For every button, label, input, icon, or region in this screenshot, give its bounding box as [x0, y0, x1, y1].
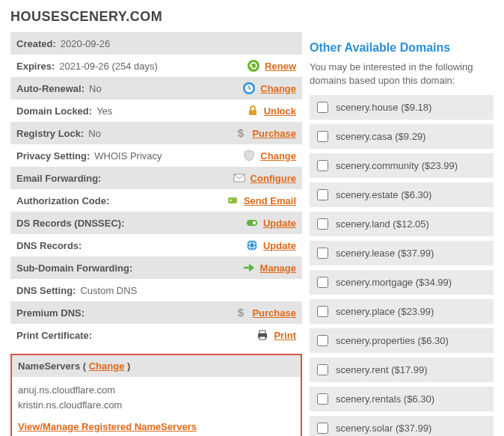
domain-label: scenery.casa ($9.29): [336, 131, 425, 142]
setting-row: DNS Setting:Custom DNS: [10, 279, 302, 301]
domain-checkbox[interactable]: [317, 131, 328, 142]
domain-checkbox[interactable]: [317, 393, 328, 405]
printer-icon: [256, 328, 269, 342]
lock-icon: [246, 104, 259, 117]
available-domain-row: scenery.rent ($17.99): [310, 357, 494, 382]
domain-checkbox[interactable]: [317, 277, 328, 288]
setting-row: DNS Records:Update: [10, 234, 302, 257]
setting-label: Expires:: [16, 61, 55, 72]
domain-checkbox[interactable]: [317, 306, 328, 317]
domain-label: scenery.house ($9.18): [336, 102, 431, 113]
available-domain-row: scenery.land ($12.05): [310, 212, 494, 236]
setting-label: Domain Locked:: [16, 105, 92, 117]
action-link[interactable]: Update: [263, 240, 296, 251]
nameservers-heading: NameServers ( Change ): [12, 355, 301, 377]
setting-value: 2020-09-26: [61, 38, 111, 49]
mail-icon: [233, 171, 246, 185]
arrow-icon: [242, 261, 256, 274]
nameservers-manage-link[interactable]: View/Manage Registered NameServers: [18, 420, 197, 435]
setting-row: DS Records (DNSSEC):Update: [10, 212, 302, 234]
setting-label: Authorization Code:: [16, 195, 109, 206]
domain-checkbox[interactable]: [317, 160, 328, 171]
domain-label: scenery.land ($12.05): [336, 218, 429, 230]
setting-label: Email Forwarding:: [16, 173, 101, 184]
setting-label: DNS Setting:: [16, 285, 76, 296]
action-link[interactable]: Configure: [251, 173, 296, 184]
setting-label: Print Certificate:: [16, 330, 92, 341]
setting-value: Custom DNS: [80, 285, 137, 296]
domain-label: scenery.mortgage ($34.99): [336, 277, 452, 288]
nameservers-change-link[interactable]: Change: [89, 360, 125, 372]
domain-checkbox[interactable]: [317, 189, 328, 200]
domain-checkbox[interactable]: [317, 102, 328, 113]
clock-icon: [242, 82, 256, 95]
action-link[interactable]: Change: [260, 150, 296, 162]
nameservers-box: NameServers ( Change ) anuj.ns.cloudflar…: [10, 354, 302, 436]
available-domain-row: scenery.community ($23.99): [310, 153, 494, 178]
ds-icon: [245, 216, 259, 230]
domain-label: scenery.place ($23.99): [336, 306, 434, 317]
action-link[interactable]: Update: [263, 218, 296, 229]
nameservers-label: NameServers: [18, 360, 80, 372]
setting-row: Privacy Setting:WHOIS PrivacyChange: [10, 144, 302, 167]
setting-value: WHOIS Privacy: [94, 150, 162, 162]
setting-row: Premium DNS:Purchase: [10, 301, 302, 324]
setting-label: DS Records (DNSSEC):: [16, 218, 124, 229]
other-domains-sub: You may be interested in the following d…: [310, 61, 494, 87]
domain-checkbox[interactable]: [317, 218, 328, 230]
setting-label: Registry Lock:: [16, 128, 84, 139]
available-domain-row: scenery.house ($9.18): [310, 95, 494, 120]
setting-value: No: [88, 128, 101, 139]
nameserver-entry: kristin.ns.cloudflare.com: [18, 398, 295, 413]
domain-label: scenery.lease ($37.99): [336, 248, 434, 259]
available-domain-row: scenery.lease ($37.99): [310, 241, 494, 265]
globe-icon: [245, 239, 259, 252]
setting-row: Authorization Code:Send Email: [10, 189, 302, 212]
action-link[interactable]: Purchase: [252, 128, 296, 139]
renew-icon: [247, 59, 260, 73]
setting-row: Sub-Domain Forwarding:Manage: [10, 257, 302, 279]
domain-label: scenery.estate ($6.30): [336, 189, 431, 200]
setting-label: Privacy Setting:: [16, 150, 90, 162]
domain-label: scenery.rent ($17.99): [336, 364, 428, 375]
setting-label: Premium DNS:: [16, 307, 84, 319]
settings-panel: Created:2020-09-26Expires:2021-09-26 (25…: [10, 32, 302, 436]
setting-row: Auto-Renewal:NoChange: [10, 77, 302, 99]
action-link[interactable]: Manage: [260, 262, 296, 274]
available-domain-row: scenery.estate ($6.30): [310, 182, 494, 207]
available-domain-row: scenery.mortgage ($34.99): [310, 270, 494, 295]
other-domains-heading: Other Available Domains: [310, 41, 494, 55]
dollar-icon: [234, 126, 248, 140]
setting-row: Domain Locked:YesUnlock: [10, 99, 302, 122]
action-link[interactable]: Unlock: [264, 105, 296, 117]
setting-label: Auto-Renewal:: [16, 83, 84, 94]
available-domain-row: scenery.place ($23.99): [310, 299, 494, 324]
available-domain-row: scenery.rentals ($6.30): [310, 387, 494, 411]
setting-value: Yes: [96, 105, 112, 117]
domain-checkbox[interactable]: [317, 364, 328, 375]
tag-icon: [226, 194, 239, 207]
dollar-icon: [234, 306, 248, 319]
action-link[interactable]: Change: [260, 83, 296, 94]
other-domains-panel: Other Available Domains You may be inter…: [310, 32, 494, 436]
action-link[interactable]: Send Email: [244, 195, 296, 206]
available-domain-row: scenery.casa ($9.29): [310, 124, 494, 149]
setting-row: Expires:2021-09-26 (254 days)Renew: [10, 55, 302, 77]
domain-title: HOUSESCENERY.COM: [10, 9, 494, 25]
setting-row: Print Certificate:Print: [10, 324, 302, 346]
setting-row: Created:2020-09-26: [10, 32, 302, 55]
domain-label: scenery.community ($23.99): [336, 160, 458, 171]
setting-label: Sub-Domain Forwarding:: [16, 262, 132, 274]
action-link[interactable]: Print: [274, 330, 296, 341]
action-link[interactable]: Purchase: [252, 307, 296, 319]
domain-label: scenery.rentals ($6.30): [336, 393, 434, 405]
setting-row: Email Forwarding:Configure: [10, 167, 302, 189]
setting-label: Created:: [16, 38, 56, 49]
domain-checkbox[interactable]: [317, 335, 328, 346]
domain-checkbox[interactable]: [317, 248, 328, 259]
domain-label: scenery.solar ($37.99): [336, 423, 431, 434]
action-link[interactable]: Renew: [265, 61, 296, 72]
domain-label: scenery.properties ($6.30): [336, 335, 449, 346]
setting-value: No: [89, 83, 102, 94]
domain-checkbox[interactable]: [317, 423, 328, 434]
